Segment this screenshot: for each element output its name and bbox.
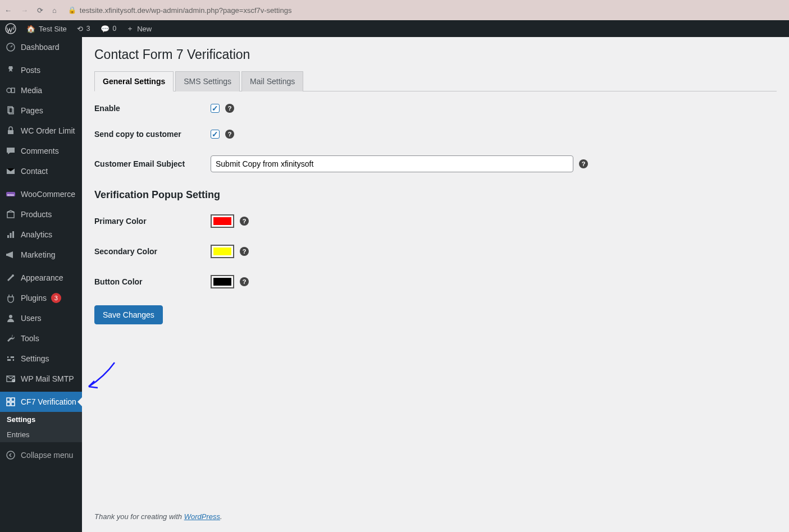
svg-rect-3 [11,88,15,93]
sidebar-label: Users [21,314,42,323]
sidebar-label: Appearance [21,273,63,282]
sidebar-label: Marketing [21,250,55,259]
comments-link[interactable]: 💬 0 [95,20,122,37]
sidebar-item-marketing[interactable]: Marketing [0,245,82,265]
save-button[interactable]: Save Changes [94,305,163,324]
reload-icon[interactable]: ⟳ [37,6,43,15]
sidebar-item-dashboard[interactable]: Dashboard [0,37,82,57]
submenu-entries[interactable]: Entries [0,427,82,442]
tools-icon [5,333,16,344]
svg-rect-25 [11,402,15,406]
help-icon[interactable]: ? [240,247,249,256]
help-icon[interactable]: ? [579,159,588,168]
footer-text-prefix: Thank you for creating with [94,512,184,521]
sidebar-item-appearance[interactable]: Appearance [0,268,82,288]
svg-point-21 [12,379,15,382]
help-icon[interactable]: ? [225,104,234,113]
svg-rect-10 [7,212,14,218]
wp-logo[interactable] [0,20,21,37]
row-send-copy: Send copy to customer ? [94,130,777,139]
pin-icon [5,65,16,76]
sidebar-item-contact[interactable]: Contact [0,161,82,181]
tab-mail[interactable]: Mail Settings [241,71,303,91]
sidebar-item-wc-order-limit[interactable]: WC Order Limit [0,121,82,141]
address-bar[interactable]: 🔒 testsite.xfinitysoft.dev/wp-admin/admi… [63,3,785,17]
svg-point-19 [8,356,11,359]
url-text: testsite.xfinitysoft.dev/wp-admin/admin.… [80,6,292,15]
back-icon[interactable]: ← [4,6,12,15]
site-name-link[interactable]: 🏠 Test Site [21,20,72,37]
tab-general[interactable]: General Settings [94,71,174,91]
forward-icon[interactable]: → [21,6,28,15]
sidebar-label: Contact [21,167,48,176]
svg-point-20 [11,359,13,361]
row-button-color: Button Color ? [94,275,777,288]
sidebar-item-analytics[interactable]: Analytics [0,224,82,245]
sidebar-item-plugins[interactable]: Plugins 3 [0,288,82,308]
gear-icon [5,353,16,364]
sidebar-item-cf7-verification[interactable]: CF7 Verification [0,392,82,412]
help-icon[interactable]: ? [240,217,249,226]
appearance-icon [5,272,16,283]
new-link[interactable]: ＋ New [121,20,157,37]
page-title: Contact Form 7 Verification [94,37,777,71]
sidebar-item-posts[interactable]: Posts [0,60,82,80]
sidebar-item-products[interactable]: Products [0,204,82,224]
sidebar-item-settings[interactable]: Settings [0,348,82,369]
wp-content: Contact Form 7 Verification General Sett… [82,37,789,532]
secondary-color-inner [213,247,231,255]
home-icon: 🏠 [26,25,35,33]
pages-icon [5,105,16,116]
sidebar-item-comments[interactable]: Comments [0,141,82,161]
email-subject-input[interactable] [211,155,573,172]
enable-label: Enable [94,104,211,113]
secondary-color-picker[interactable] [211,245,234,258]
help-icon[interactable]: ? [240,277,249,286]
site-name-label: Test Site [39,25,67,33]
collapse-icon [5,450,16,461]
button-color-label: Button Color [94,277,211,286]
collapse-label: Collapse menu [21,451,73,460]
send-copy-checkbox[interactable] [211,130,220,139]
collapse-menu[interactable]: Collapse menu [0,445,82,465]
sidebar-label: Comments [21,146,59,155]
sidebar-item-tools[interactable]: Tools [0,328,82,348]
tab-sms[interactable]: SMS Settings [175,71,240,91]
plugins-badge: 3 [51,293,61,303]
sidebar-label: Pages [21,106,43,115]
svg-rect-14 [6,254,7,256]
home-icon[interactable]: ⌂ [52,6,57,15]
sidebar-label: Products [21,210,52,219]
button-color-picker[interactable] [211,275,234,288]
footer-wordpress-link[interactable]: WordPress [184,512,220,521]
sidebar-item-media[interactable]: Media [0,80,82,100]
row-primary-color: Primary Color ? [94,214,777,228]
row-secondary-color: Secondary Color ? [94,245,777,258]
comment-icon: 💬 [101,25,110,33]
sidebar-item-woocommerce[interactable]: woo WooCommerce [0,184,82,204]
row-email-subject: Customer Email Subject ? [94,155,777,172]
comments-count: 0 [113,25,117,33]
sidebar-label: Settings [21,354,49,363]
lock-icon: 🔒 [68,6,76,14]
updates-count: 3 [86,25,90,33]
sidebar-label: Media [21,86,42,95]
sidebar-item-users[interactable]: Users [0,308,82,328]
wp-sidebar: Dashboard Posts Media Pages WC Order Lim… [0,37,82,532]
send-copy-label: Send copy to customer [94,130,211,139]
submenu-settings[interactable]: Settings [0,412,82,427]
plugins-icon [5,292,16,304]
sidebar-label: CF7 Verification [21,397,76,406]
sidebar-item-wp-mail-smtp[interactable]: WP Mail SMTP [0,369,82,389]
button-color-inner [213,278,231,286]
svg-text:woo: woo [7,193,14,196]
updates-link[interactable]: ⟲ 3 [72,20,95,37]
lock-icon [5,125,16,136]
sidebar-item-pages[interactable]: Pages [0,100,82,121]
sidebar-label: Plugins [21,293,47,302]
enable-checkbox[interactable] [211,104,220,113]
cf7-verification-submenu: Settings Entries [0,412,82,442]
help-icon[interactable]: ? [225,130,234,139]
primary-color-picker[interactable] [211,214,234,228]
comment-icon [5,145,16,157]
